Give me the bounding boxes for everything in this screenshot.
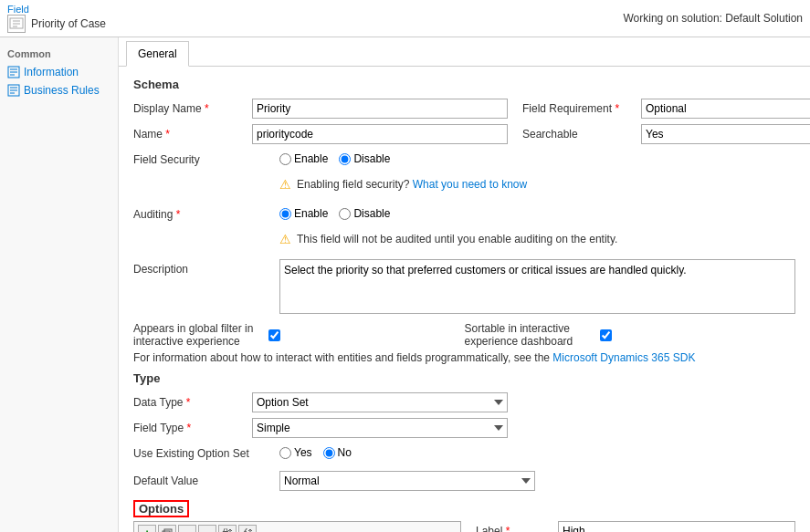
appears-checkbox[interactable]	[268, 329, 280, 341]
field-security-warning-icon: ⚠	[279, 177, 291, 192]
options-up-btn[interactable]: ▲	[178, 525, 196, 532]
information-icon	[7, 66, 20, 78]
options-list-panel: + ▲ ▼	[133, 521, 461, 532]
data-type-select[interactable]: Option Set	[252, 392, 508, 412]
options-title: Options	[133, 500, 189, 517]
description-row: Description Select the priority so that …	[133, 259, 795, 317]
field-type-select[interactable]: Simple	[252, 418, 508, 438]
use-existing-no-label[interactable]: No	[323, 446, 352, 459]
field-requirement-select[interactable]: Optional	[641, 99, 810, 119]
global-filter-right: Sortable in interactive experience dashb…	[465, 322, 796, 348]
use-existing-yes-label[interactable]: Yes	[279, 446, 312, 459]
page-title-icon	[7, 15, 26, 33]
default-value-control: Normal	[279, 471, 795, 491]
sidebar-item-information[interactable]: Information	[0, 63, 118, 81]
data-type-row: Data Type * Option Set	[133, 392, 795, 412]
options-section: Options +	[133, 500, 795, 532]
field-type-col: Field Type * Simple	[133, 418, 795, 438]
description-textarea[interactable]: Select the priority so that preferred cu…	[279, 259, 795, 314]
options-container: + ▲ ▼	[133, 521, 795, 532]
options-sort-za-btn[interactable]: Z A	[238, 525, 257, 532]
name-label: Name *	[133, 128, 252, 141]
auditing-info-text: This field will not be audited until you…	[297, 232, 617, 247]
top-header: Field Priority of Case Working on soluti…	[0, 0, 810, 37]
field-security-info-row: ⚠ Enabling field security? What you need…	[133, 177, 795, 199]
global-filter-left: Appears in global filter in interactive …	[133, 322, 465, 348]
field-icon	[9, 16, 24, 31]
use-existing-no-radio[interactable]	[323, 447, 335, 459]
name-col: Name *	[133, 124, 508, 144]
field-type-row: Field Type * Simple	[133, 418, 795, 438]
auditing-radio-group: Enable Disable	[279, 204, 795, 220]
schema-section-title: Schema	[133, 78, 795, 91]
use-existing-control: Yes No	[279, 443, 795, 459]
default-value-row: Default Value Normal	[133, 471, 795, 493]
options-clone-btn[interactable]	[158, 525, 176, 532]
tab-bar: General	[119, 37, 810, 67]
options-detail: Label * Value * Descr	[476, 521, 795, 532]
options-toolbar: + ▲ ▼	[134, 522, 460, 532]
header-left: Field Priority of Case	[7, 4, 106, 33]
auditing-enable-label[interactable]: Enable	[279, 207, 328, 220]
auditing-disable-label[interactable]: Disable	[339, 207, 390, 220]
field-type-label: Field Type *	[133, 422, 252, 434]
page-title: Priority of Case	[7, 15, 106, 33]
detail-label-input[interactable]	[558, 521, 795, 532]
field-security-radio-group: Enable Disable	[279, 150, 795, 165]
default-value-label: Default Value	[133, 471, 279, 487]
detail-label-field-label: Label *	[476, 525, 558, 532]
display-name-col: Display Name *	[133, 99, 508, 119]
description-label: Description	[133, 259, 279, 276]
sdk-link[interactable]: Microsoft Dynamics 365 SDK	[552, 351, 695, 364]
default-value-select[interactable]: Normal	[279, 471, 535, 491]
sortable-label: Sortable in interactive experience dashb…	[465, 322, 593, 348]
sidebar-item-business-rules-label: Business Rules	[24, 84, 100, 97]
auditing-disable-radio[interactable]	[339, 208, 351, 220]
display-name-row: Display Name * Field Requirement * Optio…	[133, 99, 795, 119]
field-security-link[interactable]: What you need to know	[413, 178, 527, 191]
business-rules-icon	[7, 84, 20, 97]
use-existing-radio-group: Yes No	[279, 443, 795, 459]
tab-general[interactable]: General	[126, 41, 189, 67]
form-content: Schema Display Name * Field Requirement …	[119, 67, 810, 532]
sidebar-item-information-label: Information	[24, 66, 79, 78]
use-existing-yes-radio[interactable]	[279, 447, 291, 459]
sortable-checkbox[interactable]	[600, 329, 612, 341]
display-name-input[interactable]	[252, 99, 508, 119]
data-type-label: Data Type *	[133, 396, 252, 409]
main-panel: General Schema Display Name * Field	[119, 37, 810, 532]
global-filter-row: Appears in global filter in interactive …	[133, 322, 795, 348]
options-sort-az-btn[interactable]: A Z	[218, 525, 237, 532]
auditing-info-row: ⚠ This field will not be audited until y…	[133, 232, 795, 254]
field-security-enable-label[interactable]: Enable	[279, 152, 328, 165]
field-security-control: Enable Disable	[279, 150, 795, 165]
auditing-label: Auditing *	[133, 204, 279, 221]
sidebar-item-business-rules[interactable]: Business Rules	[0, 81, 118, 99]
field-label: Field	[7, 4, 106, 15]
appears-label: Appears in global filter in interactive …	[133, 322, 261, 348]
searchable-select[interactable]: Yes	[641, 124, 810, 144]
display-name-label: Display Name *	[133, 102, 252, 115]
field-security-row: Field Security Enable Disable	[133, 150, 795, 172]
field-security-disable-radio[interactable]	[339, 153, 351, 165]
auditing-enable-radio[interactable]	[279, 208, 291, 220]
searchable-label: Searchable	[522, 128, 641, 141]
field-security-disable-label[interactable]: Disable	[339, 152, 390, 165]
name-row: Name * Searchable Yes	[133, 124, 795, 144]
field-security-label: Field Security	[133, 150, 279, 166]
sidebar-section-title: Common	[0, 45, 118, 63]
field-security-enable-radio[interactable]	[279, 153, 291, 165]
options-add-btn[interactable]: +	[138, 525, 156, 532]
field-requirement-label: Field Requirement *	[522, 102, 641, 115]
searchable-col: Searchable Yes	[522, 124, 810, 144]
page-title-text: Priority of Case	[31, 17, 106, 30]
sdk-row: For information about how to interact wi…	[133, 351, 795, 364]
name-input[interactable]	[252, 124, 508, 144]
options-down-btn[interactable]: ▼	[198, 525, 216, 532]
type-section-title: Type	[133, 371, 795, 385]
detail-label-row: Label *	[476, 521, 795, 532]
field-security-info-text: Enabling field security? What you need t…	[297, 177, 527, 193]
working-on-solution: Working on solution: Default Solution	[623, 12, 803, 25]
auditing-control: Enable Disable	[279, 204, 795, 220]
auditing-warning-icon: ⚠	[279, 232, 291, 246]
